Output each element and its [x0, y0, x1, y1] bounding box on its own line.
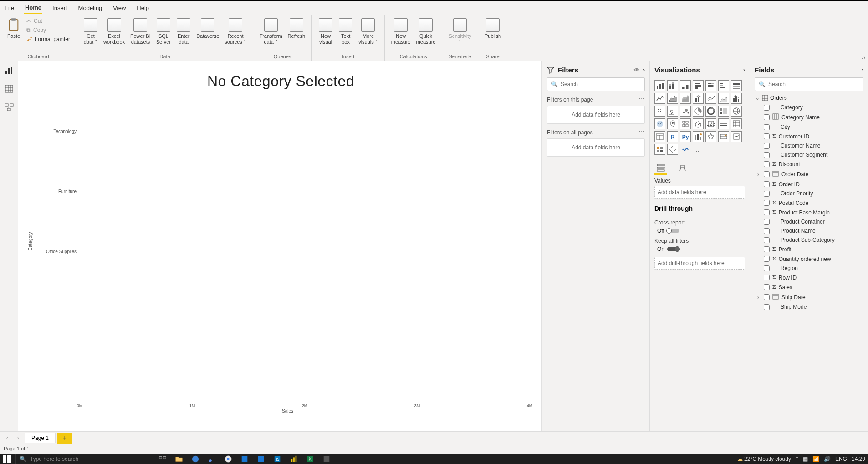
format-tab[interactable]: [676, 161, 689, 175]
fields-tab[interactable]: [654, 161, 667, 175]
menu-insert[interactable]: Insert: [51, 3, 68, 13]
viz-type-11[interactable]: [705, 93, 716, 104]
ribbon-collapse-button[interactable]: ᐱ: [862, 55, 865, 60]
field-ship-date[interactable]: ›Ship Date: [755, 292, 863, 302]
viz-type-32[interactable]: [705, 131, 716, 142]
page-next-button[interactable]: ›: [14, 435, 23, 441]
field-discount[interactable]: ΣDiscount: [755, 159, 863, 169]
field-checkbox[interactable]: [764, 105, 770, 111]
text-box-button[interactable]: Textbox: [336, 16, 356, 47]
field-checkbox[interactable]: [764, 265, 770, 271]
field-product-container[interactable]: Product Container: [755, 217, 863, 226]
collapse-viz-icon[interactable]: ›: [743, 67, 745, 73]
fields-search-input[interactable]: [768, 81, 859, 87]
sql-server-button[interactable]: SQLServer: [153, 16, 174, 47]
more-icon[interactable]: ⋯: [638, 127, 645, 135]
field-checkbox[interactable]: [764, 161, 770, 167]
copy-button[interactable]: ⧉Copy: [26, 26, 71, 34]
viz-type-18[interactable]: [705, 106, 716, 117]
powerbi-icon[interactable]: [288, 454, 300, 464]
field-customer-segment[interactable]: Customer Segment: [755, 150, 863, 159]
field-order-date[interactable]: ›Order Date: [755, 169, 863, 179]
field-order-id[interactable]: ΣOrder ID: [755, 179, 863, 189]
viz-type-17[interactable]: [693, 106, 704, 117]
field-customer-name[interactable]: Customer Name: [755, 141, 863, 150]
field-profit[interactable]: ΣProfit: [755, 245, 863, 254]
wifi-icon[interactable]: 📶: [812, 456, 819, 462]
drill-through-drop[interactable]: Add drill-through fields here: [654, 257, 745, 270]
viz-type-16[interactable]: [680, 106, 691, 117]
recent-sources-button[interactable]: Recentsources ˅: [222, 16, 249, 47]
cross-report-toggle[interactable]: Off: [657, 228, 745, 234]
filters-all-pages-drop[interactable]: Add data fields here: [547, 138, 645, 157]
field-checkbox[interactable]: [764, 191, 770, 197]
viz-type-3[interactable]: [693, 80, 704, 91]
field-checkbox[interactable]: [764, 256, 770, 262]
filters-search-input[interactable]: [561, 81, 641, 87]
viz-type-19[interactable]: [718, 106, 729, 117]
menu-file[interactable]: File: [4, 3, 15, 13]
refresh-button[interactable]: Refresh: [285, 16, 308, 41]
menu-help[interactable]: Help: [136, 3, 150, 13]
viz-type-6[interactable]: [731, 80, 742, 91]
data-view-icon[interactable]: [5, 84, 14, 93]
explorer-icon[interactable]: [173, 454, 185, 464]
app3-icon[interactable]: a: [271, 454, 283, 464]
viz-type-31[interactable]: [693, 131, 704, 142]
field-quantity-ordered-new[interactable]: ΣQuantity ordered new: [755, 254, 863, 264]
field-checkbox[interactable]: [764, 209, 770, 215]
collapse-fields-icon[interactable]: ›: [862, 67, 863, 73]
tray-app-icon[interactable]: ▦: [803, 456, 808, 462]
viz-type-26[interactable]: [718, 118, 729, 129]
field-checkbox[interactable]: [764, 133, 770, 139]
field-checkbox[interactable]: [764, 228, 770, 234]
viz-type-8[interactable]: [667, 93, 678, 104]
filters-on-page-drop[interactable]: Add data fields here: [547, 106, 645, 124]
pen-icon[interactable]: [206, 454, 218, 464]
menu-modeling[interactable]: Modeling: [77, 3, 103, 13]
viz-type-2[interactable]: [680, 80, 691, 91]
field-checkbox[interactable]: [764, 124, 770, 130]
field-category[interactable]: Category: [755, 103, 863, 112]
viz-type-13[interactable]: [731, 93, 742, 104]
viz-type-33[interactable]: [718, 131, 729, 142]
more-visuals-button[interactable]: Morevisuals ˅: [356, 16, 381, 47]
start-button[interactable]: [3, 455, 11, 463]
sensitivity-button[interactable]: Sensitivity˅: [446, 16, 474, 47]
power-bi-datasets-button[interactable]: Power BIdatasets: [128, 16, 153, 47]
keep-filters-toggle[interactable]: On: [657, 246, 745, 252]
viz-type-20[interactable]: [731, 106, 742, 117]
viz-type-24[interactable]: [693, 118, 704, 129]
chrome-icon[interactable]: [222, 454, 234, 464]
field-row-id[interactable]: ΣRow ID: [755, 273, 863, 282]
cut-button[interactable]: ✂Cut: [26, 17, 71, 25]
tray-chevron-icon[interactable]: ˄: [796, 456, 798, 462]
viz-type-35[interactable]: [654, 144, 665, 155]
field-product-base-margin[interactable]: ΣProduct Base Margin: [755, 208, 863, 217]
field-checkbox[interactable]: [764, 181, 770, 187]
field-checkbox[interactable]: [764, 294, 770, 300]
weather-widget[interactable]: ☁ 22°C Mostly cloudy: [737, 456, 791, 462]
viz-type-1[interactable]: [667, 80, 678, 91]
field-checkbox[interactable]: [764, 114, 770, 120]
get-data-button[interactable]: Getdata ˅: [81, 16, 101, 47]
new-measure-button[interactable]: Newmeasure: [388, 16, 414, 47]
field-checkbox[interactable]: [764, 275, 770, 280]
format-painter-button[interactable]: 🖌Format painter: [26, 35, 71, 43]
eye-icon[interactable]: 👁: [634, 67, 639, 73]
viz-type-5[interactable]: [718, 80, 729, 91]
field-checkbox[interactable]: [764, 200, 770, 206]
field-category-name[interactable]: Category Name: [755, 112, 863, 122]
viz-type-10[interactable]: [693, 93, 704, 104]
field-checkbox[interactable]: [764, 246, 770, 252]
excel-icon[interactable]: X: [304, 454, 316, 464]
viz-type-28[interactable]: [654, 131, 665, 142]
edge-icon[interactable]: [189, 454, 201, 464]
chart-visual[interactable]: No Category Selected Category Technology…: [23, 66, 539, 428]
taskbar-search[interactable]: 🔍Type here to search: [15, 454, 152, 464]
field-checkbox[interactable]: [764, 304, 770, 310]
field-product-sub-category[interactable]: Product Sub-Category: [755, 235, 863, 245]
field-sales[interactable]: ΣSales: [755, 282, 863, 292]
values-drop[interactable]: Add data fields here: [654, 186, 745, 199]
viz-type-27[interactable]: [731, 118, 742, 129]
